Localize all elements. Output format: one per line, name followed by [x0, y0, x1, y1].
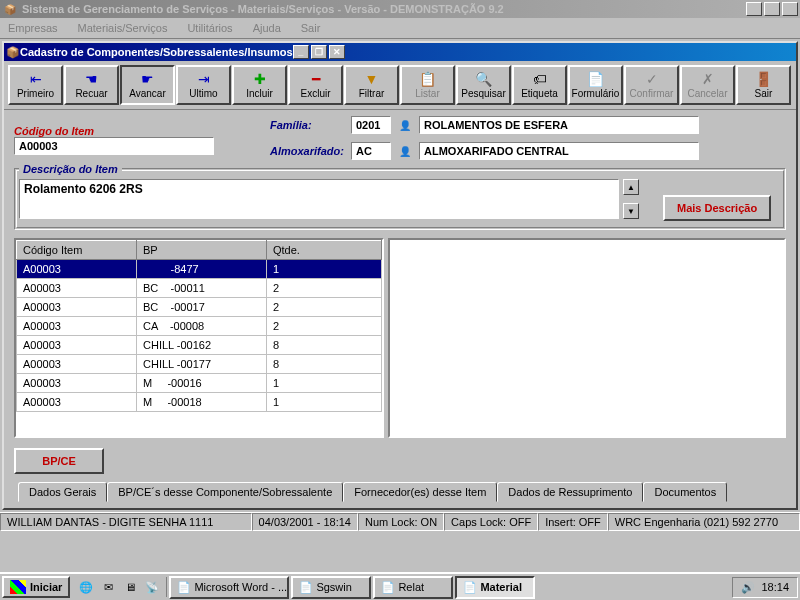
listar-button: 📋Listar [400, 65, 455, 105]
table-row[interactable]: A00003 -84771 [17, 260, 382, 279]
tab-fornecedor[interactable]: Fornecedor(es) desse Item [343, 482, 497, 502]
etiqueta-button[interactable]: 🏷Etiqueta [512, 65, 567, 105]
tab-bpce[interactable]: BP/CE´s desse Componente/Sobressalente [107, 482, 343, 502]
bp-table[interactable]: Código Item BP Qtde. A00003 -84771A00003… [14, 238, 384, 438]
bpce-button[interactable]: BP/CE [14, 448, 104, 474]
incluir-button[interactable]: ✚Incluir [232, 65, 287, 105]
avancar-button[interactable]: ☛Avancar [120, 65, 175, 105]
ql-desktop-icon[interactable]: 🖥 [120, 577, 140, 597]
table-row[interactable]: A00003M -000181 [17, 393, 382, 412]
almox-code: AC [351, 142, 391, 160]
almox-desc: ALMOXARIFADO CENTRAL [419, 142, 699, 160]
check-icon: ✓ [646, 71, 658, 87]
menu-utilitarios[interactable]: Utilitários [183, 20, 236, 36]
taskbar-item[interactable]: 📄Relat [373, 576, 453, 599]
toolbar: ⇤Primeiro ☚Recuar ☛Avancar ⇥Ultimo ✚Incl… [4, 61, 796, 110]
tab-documentos[interactable]: Documentos [643, 482, 727, 502]
filtrar-button[interactable]: ▼Filtrar [344, 65, 399, 105]
taskbar-item[interactable]: 📄Sgswin [291, 576, 371, 599]
table-row[interactable]: A00003BC -000112 [17, 279, 382, 298]
main-title: Sistema de Gerenciamento de Serviços - M… [22, 3, 746, 15]
table-row[interactable]: A00003BC -000172 [17, 298, 382, 317]
restore-button[interactable]: ❐ [764, 2, 780, 16]
col-codigo[interactable]: Código Item [17, 241, 137, 260]
ql-ie-icon[interactable]: 🌐 [76, 577, 96, 597]
familia-desc: ROLAMENTOS DE ESFERA [419, 116, 699, 134]
formulario-button[interactable]: 📄Formulário [568, 65, 623, 105]
filter-icon: ▼ [365, 71, 379, 87]
table-detail-panel [388, 238, 786, 438]
child-icon: 📦 [6, 46, 20, 59]
codigo-label: Código do Item [14, 125, 214, 137]
pesquisar-button[interactable]: 🔍Pesquisar [456, 65, 511, 105]
status-capslock: Caps Lock: OFF [444, 513, 538, 531]
scroll-down-icon[interactable]: ▼ [623, 203, 639, 219]
windows-logo-icon [10, 580, 26, 594]
descricao-group: Descrição do Item Rolamento 6206 2RS ▲ ▼… [14, 168, 786, 230]
status-user: WILLIAM DANTAS - DIGITE SENHA 1111 [0, 513, 252, 531]
familia-lookup-icon[interactable]: 👤 [397, 117, 413, 133]
col-bp[interactable]: BP [137, 241, 267, 260]
scroll-up-icon[interactable]: ▲ [623, 179, 639, 195]
statusbar: WILLIAM DANTAS - DIGITE SENHA 1111 04/03… [0, 512, 800, 531]
list-icon: 📋 [419, 71, 436, 87]
codigo-input[interactable] [14, 137, 214, 155]
table-row[interactable]: A00003CHILL -001628 [17, 336, 382, 355]
cancelar-button: ✗Cancelar [680, 65, 735, 105]
sair-button[interactable]: 🚪Sair [736, 65, 791, 105]
primeiro-button[interactable]: ⇤Primeiro [8, 65, 63, 105]
close-button[interactable]: ✕ [782, 2, 798, 16]
col-qtde[interactable]: Qtde. [267, 241, 382, 260]
table-row[interactable]: A00003CA -000082 [17, 317, 382, 336]
mais-descricao-button[interactable]: Mais Descrição [663, 195, 771, 221]
system-tray: 🔊 18:14 [732, 577, 798, 598]
child-window: 📦 Cadastro de Componentes/Sobressalentes… [2, 41, 798, 510]
descricao-input[interactable]: Rolamento 6206 2RS [19, 179, 619, 219]
tab-dados-gerais[interactable]: Dados Gerais [18, 482, 107, 502]
form-icon: 📄 [587, 71, 604, 87]
tray-volume-icon[interactable]: 🔊 [741, 581, 755, 594]
child-title: Cadastro de Componentes/Sobressalentes/I… [20, 46, 293, 58]
table-row[interactable]: A00003M -000161 [17, 374, 382, 393]
tray-clock: 18:14 [761, 581, 789, 593]
app-icon: 📦 [2, 1, 18, 17]
excluir-button[interactable]: ━Excluir [288, 65, 343, 105]
ultimo-button[interactable]: ⇥Ultimo [176, 65, 231, 105]
main-titlebar: 📦 Sistema de Gerenciamento de Serviços -… [0, 0, 800, 18]
menubar: Empresas Materiais/Serviços Utilitários … [0, 18, 800, 39]
familia-label: Família: [270, 119, 345, 131]
last-icon: ⇥ [198, 71, 210, 87]
recuar-button[interactable]: ☚Recuar [64, 65, 119, 105]
menu-sair[interactable]: Sair [297, 20, 325, 36]
status-insert: Insert: OFF [538, 513, 608, 531]
menu-materiais[interactable]: Materiais/Serviços [74, 20, 172, 36]
search-icon: 🔍 [475, 71, 492, 87]
quick-launch: 🌐 ✉ 🖥 📡 [72, 577, 167, 597]
plus-icon: ✚ [254, 71, 266, 87]
menu-empresas[interactable]: Empresas [4, 20, 62, 36]
taskbar-item[interactable]: 📄Microsoft Word - ... [169, 576, 289, 599]
ql-channels-icon[interactable]: 📡 [142, 577, 162, 597]
menu-ajuda[interactable]: Ajuda [249, 20, 285, 36]
first-icon: ⇤ [30, 71, 42, 87]
child-titlebar: 📦 Cadastro de Componentes/Sobressalentes… [4, 43, 796, 61]
child-restore-button[interactable]: ❐ [311, 45, 327, 59]
status-datetime: 04/03/2001 - 18:14 [252, 513, 358, 531]
prev-icon: ☚ [85, 71, 98, 87]
minimize-button[interactable]: _ [746, 2, 762, 16]
minus-icon: ━ [312, 71, 320, 87]
table-row[interactable]: A00003CHILL -001778 [17, 355, 382, 374]
confirmar-button: ✓Confirmar [624, 65, 679, 105]
almox-lookup-icon[interactable]: 👤 [397, 143, 413, 159]
start-button[interactable]: Iniciar [2, 576, 70, 598]
tag-icon: 🏷 [533, 71, 547, 87]
status-company: WRC Engenharia (021) 592 2770 [608, 513, 800, 531]
ql-outlook-icon[interactable]: ✉ [98, 577, 118, 597]
child-close-button[interactable]: ✕ [329, 45, 345, 59]
cancel-icon: ✗ [702, 71, 714, 87]
child-minimize-button[interactable]: _ [293, 45, 309, 59]
tab-ressuprimento[interactable]: Dados de Ressuprimento [497, 482, 643, 502]
taskbar-item[interactable]: 📄Material [455, 576, 535, 599]
descricao-label: Descrição do Item [19, 163, 122, 175]
tabs: Dados Gerais BP/CE´s desse Componente/So… [14, 482, 786, 502]
